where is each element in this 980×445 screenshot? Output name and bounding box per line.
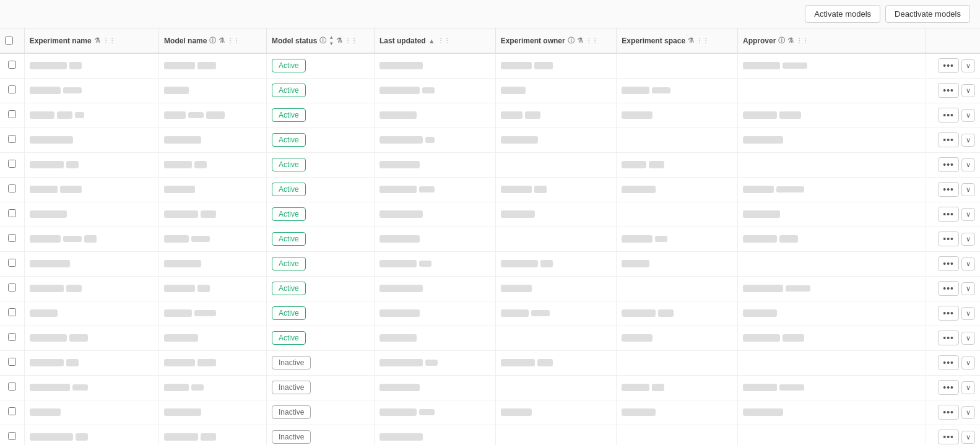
model-name-cell bbox=[159, 276, 267, 301]
expand-button[interactable]: ∨ bbox=[961, 431, 975, 444]
table-wrapper: Experiment name ⚗ ⋮⋮ Model name ⓘ ⚗ ⋮⋮ bbox=[0, 28, 980, 445]
drag-handle-icon[interactable]: ⋮⋮ bbox=[438, 37, 450, 44]
expand-button[interactable]: ∨ bbox=[961, 183, 975, 196]
expand-button[interactable]: ∨ bbox=[961, 332, 975, 345]
activate-models-button[interactable]: Activate models bbox=[805, 5, 880, 23]
more-options-button[interactable]: ••• bbox=[938, 231, 959, 246]
approver-cell bbox=[738, 251, 926, 276]
expand-button[interactable]: ∨ bbox=[961, 381, 975, 394]
row-checkbox[interactable] bbox=[8, 283, 16, 292]
expand-button[interactable]: ∨ bbox=[961, 59, 975, 72]
experiment-space-cell bbox=[617, 78, 738, 103]
actions-cell: •••∨ bbox=[926, 276, 980, 301]
expand-button[interactable]: ∨ bbox=[961, 109, 975, 122]
model-status-cell: Active bbox=[267, 103, 375, 127]
expand-button[interactable]: ∨ bbox=[961, 356, 975, 369]
expand-button[interactable]: ∨ bbox=[961, 134, 975, 147]
drag-handle-icon[interactable]: ⋮⋮ bbox=[103, 37, 115, 44]
model-name-cell bbox=[159, 301, 267, 326]
more-options-button[interactable]: ••• bbox=[938, 355, 959, 370]
row-checkbox[interactable] bbox=[8, 234, 16, 242]
expand-button[interactable]: ∨ bbox=[961, 233, 975, 246]
drag-handle-icon[interactable]: ⋮⋮ bbox=[796, 37, 809, 44]
expand-button[interactable]: ∨ bbox=[961, 406, 975, 419]
filter-icon[interactable]: ⚗ bbox=[787, 37, 794, 45]
filter-icon[interactable]: ⚗ bbox=[336, 37, 342, 45]
info-icon[interactable]: ⓘ bbox=[568, 36, 575, 45]
row-checkbox[interactable] bbox=[8, 209, 16, 217]
more-options-button[interactable]: ••• bbox=[938, 380, 959, 395]
experiment-name-cell bbox=[24, 152, 158, 177]
drag-handle-icon[interactable]: ⋮⋮ bbox=[345, 37, 357, 44]
more-options-button[interactable]: ••• bbox=[938, 108, 959, 123]
header-model-status: Model status ⓘ ▲▼ ⚗ ⋮⋮ bbox=[267, 28, 375, 53]
row-checkbox[interactable] bbox=[8, 432, 16, 440]
info-icon[interactable]: ⓘ bbox=[209, 36, 216, 45]
more-options-button[interactable]: ••• bbox=[938, 405, 959, 420]
more-options-button[interactable]: ••• bbox=[938, 132, 959, 147]
approver-cell bbox=[738, 103, 926, 127]
row-checkbox[interactable] bbox=[8, 382, 16, 391]
last-updated-cell bbox=[374, 177, 495, 202]
last-updated-cell bbox=[374, 251, 495, 276]
expand-button[interactable]: ∨ bbox=[961, 307, 975, 320]
row-checkbox[interactable] bbox=[8, 85, 16, 93]
drag-handle-icon[interactable]: ⋮⋮ bbox=[696, 37, 709, 44]
more-options-button[interactable]: ••• bbox=[938, 207, 959, 222]
last-updated-cell bbox=[374, 103, 495, 127]
actions-cell: •••∨ bbox=[926, 78, 980, 103]
table-row: Active•••∨ bbox=[0, 276, 980, 301]
status-badge: Active bbox=[272, 282, 306, 295]
experiment-owner-cell bbox=[495, 177, 617, 202]
row-checkbox[interactable] bbox=[8, 184, 16, 192]
experiment-name-cell bbox=[24, 276, 158, 301]
more-options-button[interactable]: ••• bbox=[938, 58, 959, 73]
info-icon[interactable]: ⓘ bbox=[319, 36, 326, 45]
drag-handle-icon[interactable]: ⋮⋮ bbox=[227, 37, 240, 44]
experiment-name-cell bbox=[24, 425, 158, 445]
approver-cell bbox=[738, 127, 926, 152]
row-checkbox[interactable] bbox=[8, 110, 16, 118]
filter-icon[interactable]: ⚗ bbox=[577, 37, 583, 45]
expand-button[interactable]: ∨ bbox=[961, 84, 975, 97]
row-checkbox[interactable] bbox=[8, 333, 16, 341]
row-checkbox[interactable] bbox=[8, 259, 16, 267]
more-options-button[interactable]: ••• bbox=[938, 256, 959, 271]
more-options-button[interactable]: ••• bbox=[938, 281, 959, 296]
info-icon[interactable]: ⓘ bbox=[778, 36, 785, 45]
filter-icon[interactable]: ⚗ bbox=[688, 37, 694, 45]
model-status-label: Model status bbox=[272, 37, 317, 45]
expand-button[interactable]: ∨ bbox=[961, 257, 975, 270]
row-checkbox[interactable] bbox=[8, 61, 16, 69]
row-checkbox[interactable] bbox=[8, 358, 16, 366]
experiment-name-cell bbox=[24, 127, 158, 152]
row-checkbox[interactable] bbox=[8, 407, 16, 415]
select-all-checkbox[interactable] bbox=[5, 37, 13, 45]
row-checkbox[interactable] bbox=[8, 135, 16, 143]
model-status-cell: Active bbox=[267, 152, 375, 177]
filter-icon[interactable]: ⚗ bbox=[94, 37, 100, 45]
more-options-button[interactable]: ••• bbox=[938, 331, 959, 345]
row-checkbox[interactable] bbox=[8, 308, 16, 316]
expand-button[interactable]: ∨ bbox=[961, 282, 975, 295]
sort-icon[interactable]: ▲▼ bbox=[329, 35, 334, 46]
more-options-button[interactable]: ••• bbox=[938, 157, 959, 172]
more-options-button[interactable]: ••• bbox=[938, 306, 959, 321]
table-row: Active•••∨ bbox=[0, 326, 980, 350]
drag-handle-icon[interactable]: ⋮⋮ bbox=[586, 37, 598, 44]
filter-icon[interactable]: ⚗ bbox=[219, 37, 225, 45]
model-status-cell: Active bbox=[267, 202, 375, 227]
sort-up-icon[interactable]: ▲ bbox=[428, 37, 435, 45]
more-options-button[interactable]: ••• bbox=[938, 430, 959, 444]
row-checkbox[interactable] bbox=[8, 160, 16, 168]
experiment-name-cell bbox=[24, 53, 158, 78]
model-name-cell bbox=[159, 177, 267, 202]
expand-button[interactable]: ∨ bbox=[961, 208, 975, 221]
expand-button[interactable]: ∨ bbox=[961, 158, 975, 171]
more-options-button[interactable]: ••• bbox=[938, 83, 959, 98]
deactivate-models-button[interactable]: Deactivate models bbox=[885, 5, 970, 23]
more-options-button[interactable]: ••• bbox=[938, 182, 959, 197]
approver-cell bbox=[738, 400, 926, 425]
model-status-cell: Inactive bbox=[267, 350, 375, 375]
table-row: Inactive•••∨ bbox=[0, 375, 980, 400]
